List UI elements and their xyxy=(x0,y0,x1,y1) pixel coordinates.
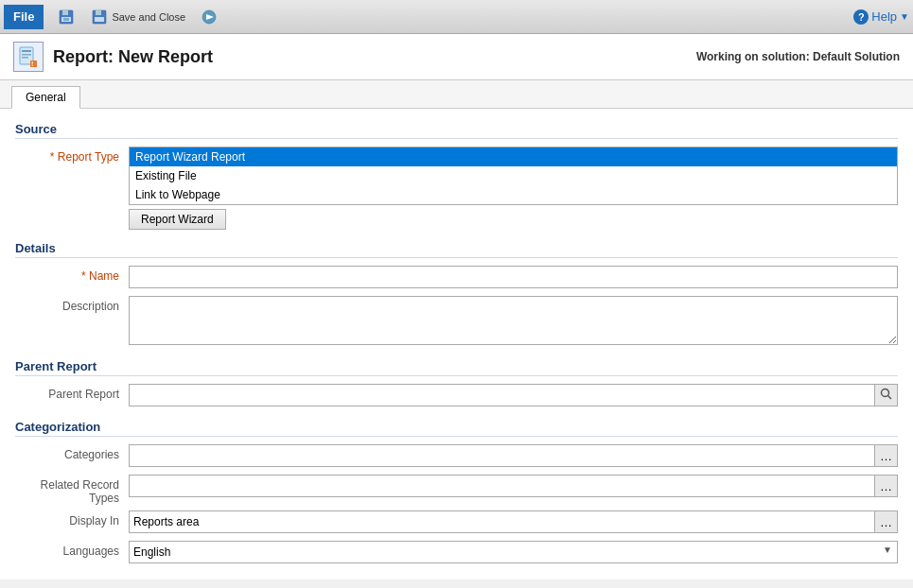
name-row: * Name xyxy=(15,266,898,290)
parent-report-input-group xyxy=(129,384,898,406)
report-type-label: * Report Type xyxy=(15,147,129,164)
languages-select[interactable]: English French German Spanish xyxy=(129,541,898,563)
help-label: Help xyxy=(871,9,897,24)
required-star: * xyxy=(50,150,58,164)
display-in-input-group: Reports area … xyxy=(129,510,898,533)
description-input[interactable] xyxy=(129,296,898,345)
related-record-types-input[interactable] xyxy=(129,475,875,497)
related-record-types-field: … xyxy=(129,475,898,497)
languages-label: Languages xyxy=(15,541,129,558)
save-close-button[interactable]: Save and Close xyxy=(82,4,190,30)
tab-strip: General xyxy=(0,80,913,109)
svg-rect-3 xyxy=(63,18,69,21)
details-section-title: Details xyxy=(15,241,898,258)
categories-field: … xyxy=(129,444,898,467)
display-in-lookup-icon: … xyxy=(880,515,892,529)
categorization-section: Categorization Categories … Related Reco… xyxy=(15,420,898,565)
related-record-types-input-group: … xyxy=(129,475,898,497)
tab-general[interactable]: General xyxy=(11,86,80,109)
report-type-field: Report Wizard Report Existing File Link … xyxy=(129,147,898,230)
page-title: Report: New Report xyxy=(53,47,213,67)
help-button[interactable]: ? Help ▼ xyxy=(853,9,909,25)
related-record-types-row: Related Record Types … xyxy=(15,475,898,505)
categories-label: Categories xyxy=(15,444,129,461)
languages-field: English French German Spanish xyxy=(129,541,898,563)
report-type-row: * Report Type Report Wizard Report Exist… xyxy=(15,147,898,230)
report-wizard-button[interactable]: Report Wizard xyxy=(129,209,226,230)
file-button[interactable]: File xyxy=(4,5,44,29)
report-type-option-wizard[interactable]: Report Wizard Report xyxy=(130,147,897,166)
svg-rect-5 xyxy=(96,10,101,15)
lookup-icon xyxy=(880,388,893,404)
name-input[interactable] xyxy=(129,266,898,288)
categorization-section-title: Categorization xyxy=(15,420,898,437)
languages-row: Languages English French German Spanish xyxy=(15,541,898,565)
name-required-star: * xyxy=(81,269,89,283)
svg-rect-11 xyxy=(22,54,31,56)
display-in-label: Display In xyxy=(15,510,129,527)
languages-select-wrapper: English French German Spanish xyxy=(129,541,898,563)
categories-input[interactable] xyxy=(129,444,875,467)
svg-rect-1 xyxy=(62,10,68,15)
source-section: Source * Report Type Report Wizard Repor… xyxy=(15,122,898,230)
categories-lookup-button[interactable]: … xyxy=(875,444,898,467)
description-label: Description xyxy=(15,296,129,313)
report-type-option-file[interactable]: Existing File xyxy=(130,166,897,185)
name-field xyxy=(129,266,898,288)
parent-report-row: Parent Report xyxy=(15,384,898,408)
name-label: * Name xyxy=(15,266,129,283)
publish-button[interactable] xyxy=(192,4,223,30)
svg-rect-6 xyxy=(95,17,104,22)
categories-row: Categories … xyxy=(15,444,898,469)
source-section-title: Source xyxy=(15,122,898,139)
related-record-types-lookup-icon: … xyxy=(880,479,892,493)
page-header-left: ! Report: New Report xyxy=(13,42,213,72)
parent-report-section-title: Parent Report xyxy=(15,359,898,376)
solution-text: Working on solution: Default Solution xyxy=(696,50,900,63)
save-button[interactable] xyxy=(49,4,80,30)
toolbar: File Save and Close ? Help ▼ xyxy=(0,0,913,34)
details-section: Details * Name Description xyxy=(15,241,898,348)
display-in-row: Display In Reports area … xyxy=(15,510,898,535)
svg-line-16 xyxy=(887,395,891,399)
publish-icon xyxy=(200,8,219,26)
description-field xyxy=(129,296,898,348)
display-in-field: Reports area … xyxy=(129,510,898,533)
help-chevron: ▼ xyxy=(900,11,909,22)
report-icon: ! xyxy=(13,42,44,72)
save-close-icon xyxy=(90,8,109,26)
svg-rect-10 xyxy=(22,50,31,52)
parent-report-lookup-button[interactable] xyxy=(875,384,898,406)
categories-lookup-icon: … xyxy=(880,449,892,463)
related-record-types-label: Related Record Types xyxy=(15,475,129,505)
page-header: ! Report: New Report Working on solution… xyxy=(0,34,913,80)
parent-report-input[interactable] xyxy=(129,384,875,406)
report-type-option-webpage[interactable]: Link to Webpage xyxy=(130,185,897,204)
description-row: Description xyxy=(15,296,898,348)
save-icon xyxy=(57,8,76,26)
form-area: Source * Report Type Report Wizard Repor… xyxy=(0,109,913,579)
parent-report-label: Parent Report xyxy=(15,384,129,401)
display-in-lookup-button[interactable]: … xyxy=(875,510,898,533)
svg-text:!: ! xyxy=(31,61,33,67)
parent-report-section: Parent Report Parent Report xyxy=(15,359,898,408)
save-close-label: Save and Close xyxy=(112,11,185,23)
related-record-types-lookup-button[interactable]: … xyxy=(875,475,898,497)
report-type-list[interactable]: Report Wizard Report Existing File Link … xyxy=(129,147,898,205)
parent-report-field xyxy=(129,384,898,406)
display-in-input[interactable]: Reports area xyxy=(129,510,875,533)
help-icon: ? xyxy=(853,9,869,25)
svg-point-15 xyxy=(881,389,888,396)
svg-rect-12 xyxy=(22,57,28,59)
categories-input-group: … xyxy=(129,444,898,467)
